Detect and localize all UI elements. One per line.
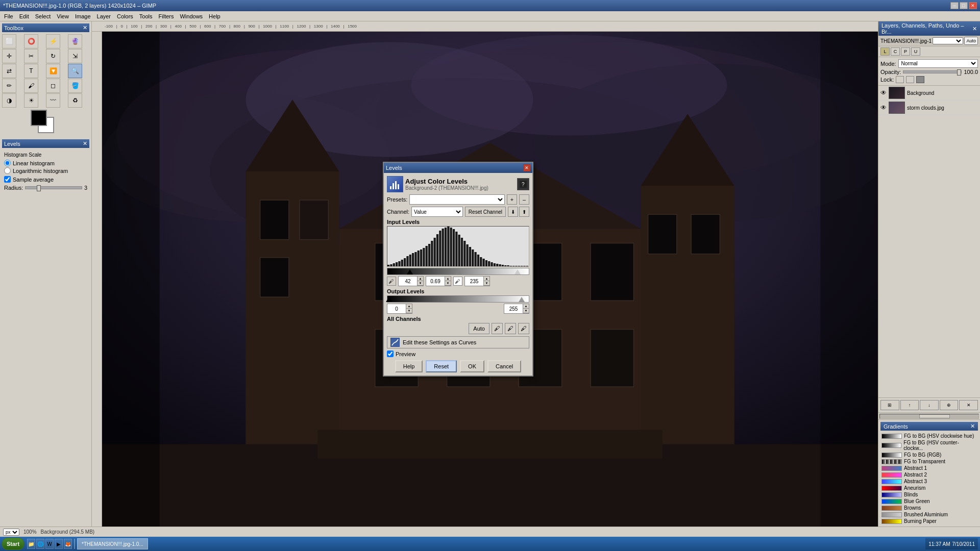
presets-select[interactable]	[409, 194, 505, 205]
output-slider-track[interactable]	[387, 295, 529, 303]
layer-eye-storm[interactable]: 👁	[880, 104, 887, 111]
output-right-spin-down[interactable]: ▼	[523, 309, 529, 313]
reset-btn[interactable]: Reset	[426, 360, 457, 372]
tool-magnify[interactable]: 🔍	[68, 64, 82, 78]
channel-icon-1[interactable]: ⬇	[508, 207, 518, 217]
radius-thumb[interactable]	[37, 185, 41, 191]
lock-all-btn[interactable]	[916, 76, 924, 83]
toolbox-close[interactable]: ✕	[83, 24, 87, 31]
tool-paint[interactable]: 🖌	[24, 79, 38, 93]
input-white-field[interactable]	[465, 278, 483, 285]
menu-windows[interactable]: Windows	[177, 13, 206, 20]
gradient-fg-transparent[interactable]: FG to Transparent	[880, 458, 978, 465]
unit-select[interactable]: px	[3, 529, 19, 536]
fg-color-swatch[interactable]	[31, 110, 47, 126]
taskbar-ie-icon[interactable]: 🌐	[36, 539, 44, 549]
output-right-thumb[interactable]	[519, 297, 525, 302]
output-left-spin-down[interactable]: ▼	[406, 309, 412, 313]
layer-item-background[interactable]: 👁 Background	[878, 86, 980, 101]
lower-layer-btn[interactable]: ↓	[920, 400, 939, 410]
auto-follow-btn[interactable]: Auto	[964, 37, 978, 45]
tool-text[interactable]: T	[24, 64, 38, 78]
levels-dialog-close-btn[interactable]: ✕	[523, 164, 530, 171]
log-radio[interactable]	[4, 167, 11, 174]
input-gray-spin-down[interactable]: ▼	[445, 281, 451, 286]
tool-free-select[interactable]: ⚡	[46, 34, 60, 48]
preview-checkbox[interactable]	[387, 350, 394, 357]
channel-select[interactable]: Value Red Green Blue Alpha	[411, 207, 463, 217]
tool-fuzzy-select[interactable]: 🔮	[68, 34, 82, 48]
gradient-aneurism[interactable]: Aneurism	[880, 485, 978, 491]
taskbar-word-icon[interactable]: W	[45, 539, 54, 549]
h-scroll-thumb[interactable]	[919, 414, 950, 418]
gradient-abstract3[interactable]: Abstract 3	[880, 478, 978, 485]
gradient-blue-green[interactable]: Blue Green	[880, 498, 978, 505]
radius-slider[interactable]	[25, 186, 82, 189]
menu-image[interactable]: Image	[72, 13, 94, 20]
duplicate-layer-btn[interactable]: ⊕	[940, 400, 959, 410]
tool-pencil[interactable]: ✏	[2, 79, 16, 93]
gradient-abstract2[interactable]: Abstract 2	[880, 471, 978, 478]
gradient-abstract1[interactable]: Abstract 1	[880, 465, 978, 471]
output-left-thumb[interactable]	[386, 297, 392, 302]
ok-btn[interactable]: OK	[460, 360, 484, 372]
maximize-button[interactable]: □	[960, 2, 968, 9]
layer-item-storm[interactable]: 👁 storm clouds.jpg	[878, 101, 980, 115]
output-right-field[interactable]	[504, 306, 523, 312]
layer-eye-background[interactable]: 👁	[880, 89, 887, 96]
tool-ellipse-select[interactable]: ⭕	[24, 34, 38, 48]
levels-side-close[interactable]: ✕	[83, 140, 87, 147]
menu-colors[interactable]: Colors	[114, 13, 136, 20]
menu-filters[interactable]: Filters	[156, 13, 177, 20]
input-white-spin-down[interactable]: ▼	[483, 281, 489, 286]
output-right-spin-up[interactable]: ▲	[523, 304, 529, 309]
input-white-spin-up[interactable]: ▲	[483, 277, 489, 281]
input-black-field[interactable]	[399, 278, 417, 285]
tool-clone[interactable]: ♻	[68, 93, 82, 108]
menu-tools[interactable]: Tools	[136, 13, 156, 20]
opacity-slider[interactable]	[903, 70, 962, 73]
linear-radio[interactable]	[4, 160, 11, 166]
black-eyedropper[interactable]: 🖋	[387, 277, 396, 286]
start-button[interactable]: Start	[2, 538, 24, 550]
menu-help[interactable]: Help	[206, 13, 224, 20]
gradients-close[interactable]: ✕	[970, 423, 975, 430]
undo-tab-icon[interactable]: U	[911, 47, 920, 56]
tool-scale[interactable]: ⇲	[68, 49, 82, 63]
tool-smudge[interactable]: 〰	[46, 93, 60, 108]
menu-edit[interactable]: Edit	[16, 13, 32, 20]
gradient-burning-paper[interactable]: Burning Paper	[880, 518, 978, 524]
dialog-info-icon[interactable]: ?	[517, 178, 529, 190]
presets-add-btn[interactable]: +	[507, 194, 517, 205]
levels-dialog-titlebar[interactable]: Levels ✕	[384, 163, 532, 173]
gradient-brushed-aluminium[interactable]: Brushed Aluminium	[880, 511, 978, 518]
edit-curves-btn[interactable]: Edit these Settings as Curves	[387, 336, 529, 348]
auto-btn[interactable]: Auto	[469, 323, 489, 334]
tool-color-picker[interactable]: 🔽	[46, 64, 60, 78]
menu-view[interactable]: View	[54, 13, 72, 20]
minimize-button[interactable]: –	[950, 2, 959, 9]
tool-dodge-burn[interactable]: ☀	[24, 93, 38, 108]
delete-layer-btn[interactable]: ✕	[959, 400, 978, 410]
gradient-fg-bg-rgb[interactable]: FG to BG (RGB)	[880, 452, 978, 458]
close-button[interactable]: ✕	[969, 2, 977, 9]
raise-layer-btn[interactable]: ↑	[900, 400, 919, 410]
sample-average-checkbox[interactable]	[4, 176, 11, 183]
new-layer-from-visible-btn[interactable]: ⊞	[880, 400, 899, 410]
image-select[interactable]	[933, 37, 963, 44]
lock-pixels-btn[interactable]	[906, 76, 914, 83]
channel-icon-2[interactable]: ⬆	[519, 207, 529, 217]
tool-eraser[interactable]: ◻	[46, 79, 60, 93]
channels-eyedropper-2[interactable]: 🖋	[505, 323, 516, 334]
input-gray-thumb[interactable]	[455, 269, 461, 274]
mode-select[interactable]: Normal	[898, 59, 978, 68]
channels-tab-icon[interactable]: C	[891, 47, 900, 56]
output-left-spin-up[interactable]: ▲	[406, 304, 412, 309]
output-left-field[interactable]	[387, 306, 406, 312]
tool-flip[interactable]: ⇄	[2, 64, 16, 78]
tool-crop[interactable]: ✂	[24, 49, 38, 63]
input-black-spin-down[interactable]: ▼	[417, 281, 423, 286]
tool-blend[interactable]: ◑	[2, 93, 16, 108]
taskbar-ff-icon[interactable]: 🦊	[64, 539, 72, 549]
layers-panel-close[interactable]: ✕	[972, 26, 977, 32]
